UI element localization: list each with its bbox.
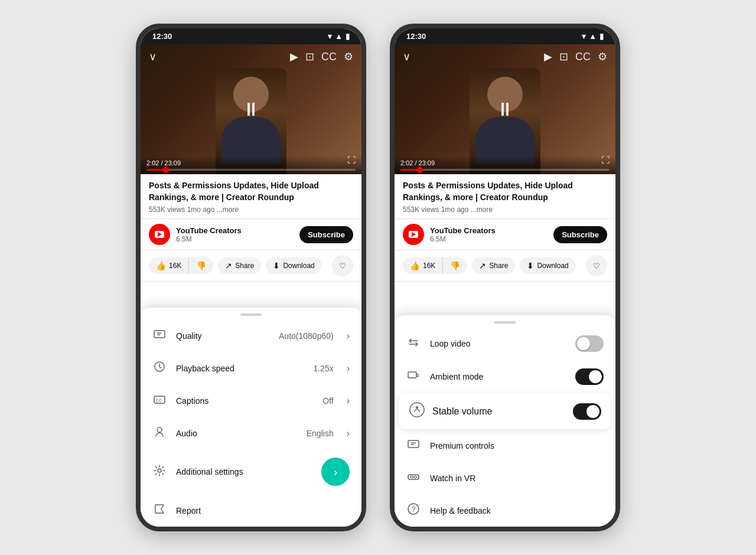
like-dislike-group: 👍 16K 👎	[149, 257, 213, 274]
watch-in-vr-item[interactable]: Watch in VR	[395, 462, 615, 494]
right-like-dislike-group: 👍 16K 👎	[403, 257, 467, 274]
pause-button[interactable]: ⏸	[242, 99, 260, 120]
right-thumbs-up-icon: 👍	[410, 261, 420, 270]
right-subscribe-button[interactable]: Subscribe	[553, 226, 607, 243]
right-cc-icon[interactable]: CC	[575, 51, 591, 63]
right-save-icon: ♡	[593, 262, 600, 270]
cc-icon[interactable]: CC	[321, 51, 337, 63]
quality-value: Auto(1080p60)	[279, 331, 334, 341]
additional-settings-item[interactable]: Additional settings ›	[141, 449, 361, 494]
right-fullscreen-icon[interactable]: ⛶	[601, 155, 610, 165]
left-video-meta: 553K views 1mo ago ...more	[149, 205, 353, 214]
left-channel-row: YouTube Creators 6.5M Subscribe	[141, 219, 361, 250]
left-channel-icon[interactable]	[149, 224, 170, 245]
quality-item[interactable]: Quality Auto(1080p60) ›	[141, 319, 361, 352]
audio-arrow-icon: ›	[347, 428, 350, 439]
right-pause-button[interactable]: ⏸	[496, 99, 514, 120]
captions-icon: CC	[152, 393, 167, 409]
stable-volume-toggle[interactable]	[573, 403, 601, 420]
right-phone: 12:30 ▾ ▲ ▮ ∨ ▶ ⊡ CC ⚙	[390, 24, 620, 531]
left-phone: 12:30 ▾ ▲ ▮ ∨ ▶ ⊡ CC ⚙	[136, 24, 366, 531]
playback-speed-value: 1.25x	[313, 364, 333, 373]
right-video-controls: ▶ ⊡ CC ⚙	[544, 50, 607, 63]
like-button[interactable]: 👍 16K	[149, 257, 189, 274]
left-action-bar: 👍 16K 👎 ↗ Share ⬇ Download ♡	[141, 250, 361, 282]
right-share-label: Share	[489, 262, 508, 270]
right-like-button[interactable]: 👍 16K	[403, 257, 443, 274]
left-video-top-overlay: ∨ ▶ ⊡ CC ⚙	[141, 44, 361, 69]
premium-controls-item[interactable]: Premium controls	[395, 429, 615, 462]
right-thumbs-down-icon: 👎	[450, 261, 460, 270]
right-status-bar: 12:30 ▾ ▲ ▮	[395, 28, 615, 44]
right-video-bottom: 2:02 / 23:09	[395, 156, 615, 174]
help-feedback-icon: ?	[406, 502, 421, 518]
left-download-button[interactable]: ⬇ Download	[266, 257, 321, 274]
right-dislike-button[interactable]: 👎	[443, 257, 467, 274]
right-channel-icon[interactable]	[403, 224, 424, 245]
svg-point-10	[416, 406, 418, 409]
right-like-count: 16K	[423, 262, 435, 270]
loop-video-item[interactable]: Loop video	[395, 327, 615, 360]
right-channel-subs: 6.5M	[430, 235, 548, 243]
report-label: Report	[176, 506, 350, 515]
right-settings-icon[interactable]: ⚙	[598, 50, 607, 63]
report-icon	[152, 502, 167, 518]
report-item[interactable]: Report	[141, 494, 361, 527]
right-save-button[interactable]: ♡	[586, 255, 607, 276]
share-button[interactable]: ↗ Share	[218, 257, 261, 274]
additional-settings-label: Additional settings	[176, 467, 312, 476]
dislike-button[interactable]: 👎	[189, 257, 213, 274]
captions-item[interactable]: CC Captions Off ›	[141, 384, 361, 417]
right-video-top-overlay: ∨ ▶ ⊡ CC ⚙	[395, 44, 615, 69]
share-icon: ↗	[225, 261, 232, 270]
right-play-icon[interactable]: ▶	[544, 50, 552, 63]
right-share-button[interactable]: ↗ Share	[472, 257, 515, 274]
ambient-mode-label: Ambient mode	[430, 372, 566, 381]
quality-arrow-icon: ›	[347, 331, 350, 341]
right-channel-name[interactable]: YouTube Creators	[430, 226, 548, 235]
svg-point-16	[414, 476, 416, 478]
left-status-bar: 12:30 ▾ ▲ ▮	[141, 28, 361, 44]
audio-label: Audio	[176, 429, 297, 438]
left-channel-info: YouTube Creators 6.5M	[176, 226, 294, 243]
help-feedback-item[interactable]: ? Help & feedback	[395, 494, 615, 527]
playback-speed-item[interactable]: Playback speed 1.25x ›	[141, 352, 361, 384]
loop-video-toggle[interactable]	[575, 335, 604, 352]
right-chevron-down-icon[interactable]: ∨	[403, 50, 410, 63]
left-video-bottom: 2:02 / 23:09	[141, 156, 361, 174]
captions-arrow-icon: ›	[347, 396, 350, 406]
ambient-mode-item[interactable]: Ambient mode	[395, 360, 615, 393]
download-label: Download	[283, 262, 314, 270]
left-bottom-sheet: Quality Auto(1080p60) › Playback speed 1…	[141, 308, 361, 527]
right-progress-bar[interactable]	[400, 169, 610, 171]
stable-volume-icon	[409, 401, 423, 421]
chevron-down-icon[interactable]: ∨	[149, 50, 157, 63]
stable-volume-item[interactable]: Stable volume	[399, 393, 611, 429]
right-video-time: 2:02 / 23:09	[400, 159, 610, 166]
ambient-mode-toggle[interactable]	[575, 368, 604, 385]
playback-speed-arrow-icon: ›	[347, 363, 350, 374]
right-cast-icon[interactable]: ⊡	[559, 50, 568, 63]
additional-settings-arrow-button[interactable]: ›	[321, 458, 350, 486]
playback-speed-label: Playback speed	[176, 364, 304, 373]
play-icon[interactable]: ▶	[290, 50, 298, 63]
right-channel-info: YouTube Creators 6.5M	[430, 226, 548, 243]
cast-icon[interactable]: ⊡	[305, 50, 314, 63]
right-video[interactable]: ∨ ▶ ⊡ CC ⚙ ⏸ 2:02 / 23:09 ⛶	[395, 44, 615, 174]
save-button[interactable]: ♡	[332, 255, 353, 276]
svg-rect-0	[154, 331, 165, 338]
left-subscribe-button[interactable]: Subscribe	[299, 226, 353, 243]
fullscreen-icon[interactable]: ⛶	[347, 155, 356, 165]
left-video[interactable]: ∨ ▶ ⊡ CC ⚙ ⏸ 2:02 / 23:09 ⛶	[141, 44, 361, 174]
settings-icon[interactable]: ⚙	[344, 50, 353, 63]
right-video-info: Posts & Permissions Updates, Hide Upload…	[395, 174, 615, 219]
left-progress-bar[interactable]	[146, 169, 356, 171]
audio-item[interactable]: Audio English ›	[141, 417, 361, 449]
watch-in-vr-label: Watch in VR	[430, 474, 604, 483]
svg-point-9	[410, 403, 424, 417]
left-channel-name[interactable]: YouTube Creators	[176, 226, 294, 235]
right-download-button[interactable]: ⬇ Download	[520, 257, 575, 274]
right-sheet-handle	[494, 321, 516, 324]
audio-icon	[152, 425, 167, 441]
youtube-logo	[155, 231, 164, 238]
